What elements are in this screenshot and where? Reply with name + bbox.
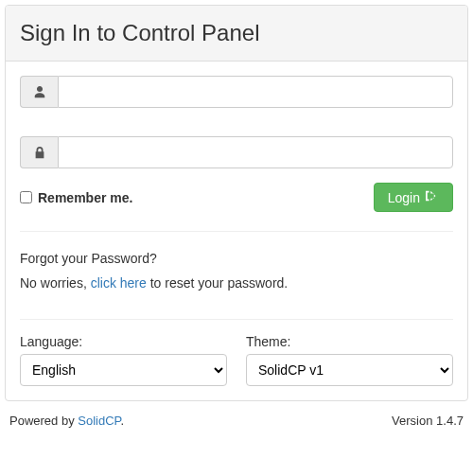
password-input[interactable] [58, 136, 453, 168]
remember-wrap: Remember me. [20, 190, 132, 205]
divider-bottom [20, 319, 453, 320]
powered-suffix: . [121, 414, 125, 428]
selects-row: Language: English Theme: SolidCP v1 [20, 334, 453, 386]
powered-by: Powered by SolidCP. [9, 414, 124, 428]
username-input[interactable] [58, 76, 453, 108]
forgot-text-after: to reset your password. [147, 275, 288, 291]
remember-label: Remember me. [38, 190, 132, 205]
forgot-section: Forgot your Password? No worries, click … [20, 251, 453, 291]
login-button-label: Login [388, 190, 420, 205]
language-col: Language: English [20, 334, 227, 386]
panel-heading: Sign In to Control Panel [6, 6, 467, 62]
powered-link[interactable]: SolidCP [78, 414, 120, 428]
password-group [20, 136, 453, 168]
theme-col: Theme: SolidCP v1 [246, 334, 453, 386]
login-button[interactable]: Login [374, 183, 453, 212]
language-select[interactable]: English [20, 354, 227, 386]
theme-label: Theme: [246, 334, 453, 349]
footer: Powered by SolidCP. Version 1.4.7 [0, 406, 473, 435]
language-label: Language: [20, 334, 227, 349]
theme-select[interactable]: SolidCP v1 [246, 354, 453, 386]
signin-icon [426, 189, 439, 205]
user-icon [20, 76, 58, 108]
forgot-text-before: No worries, [20, 275, 91, 291]
remember-row: Remember me. Login [20, 183, 453, 212]
lock-icon [20, 136, 58, 168]
divider [20, 231, 453, 232]
page-title: Sign In to Control Panel [20, 20, 453, 46]
forgot-help: No worries, click here to reset your pas… [20, 275, 453, 291]
panel-body: Remember me. Login Forgot your Password?… [6, 62, 467, 400]
username-group [20, 76, 453, 108]
forgot-title: Forgot your Password? [20, 251, 453, 266]
version-label: Version 1.4.7 [392, 414, 464, 428]
login-panel: Sign In to Control Panel Remember me. Lo… [5, 5, 468, 401]
powered-prefix: Powered by [9, 414, 78, 428]
forgot-link[interactable]: click here [91, 275, 147, 291]
remember-checkbox[interactable] [20, 191, 32, 203]
